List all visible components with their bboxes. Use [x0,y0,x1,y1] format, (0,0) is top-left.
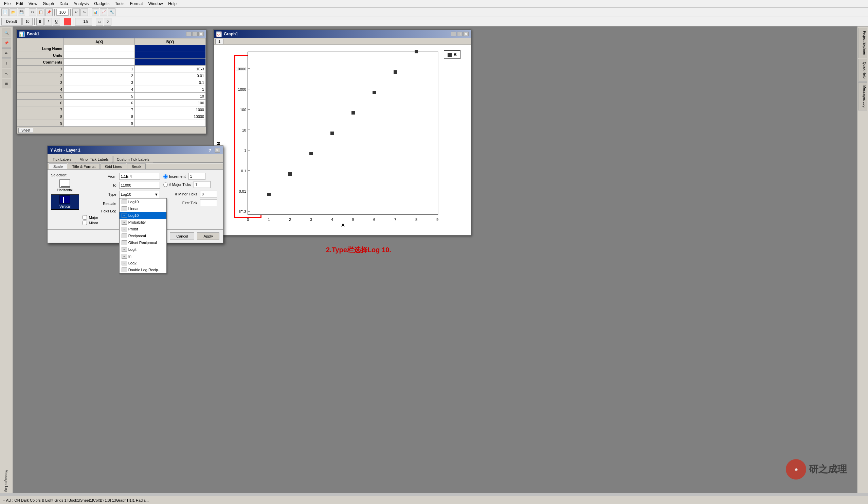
cell-b[interactable]: 100 [135,100,206,107]
menu-gadgets[interactable]: Gadgets [91,1,112,7]
minor-checkbox[interactable] [83,221,87,225]
comments-b[interactable] [135,59,206,65]
italic-btn[interactable]: I [44,18,52,26]
increment-radio[interactable] [163,174,168,179]
sidebar-icon-5[interactable]: ↖ [2,69,11,78]
book1-maximize[interactable]: □ [192,32,198,36]
graph1-maximize[interactable]: □ [457,32,463,36]
right-tab-project[interactable]: Project Explorer [858,28,867,58]
dropdown-item-probability[interactable]: ~ Probability [120,219,166,226]
longname-b[interactable] [135,45,206,52]
cell-b[interactable]: 0.1 [135,79,206,86]
sidebar-icon-1[interactable]: 🔍 [2,28,11,37]
increment-input[interactable] [188,173,205,180]
dropdown-item-reciprocal[interactable]: ~ Reciprocal [120,232,166,239]
longname-a[interactable] [64,45,135,52]
tab-grid-lines[interactable]: Grid Lines [101,163,126,169]
bold-btn[interactable]: B [36,18,44,26]
major-ticks-input[interactable] [194,181,210,188]
dropdown-item-offset-reciprocal[interactable]: ~ Offset Reciprocal [120,239,166,246]
cell-b[interactable]: 1000 [135,107,206,113]
cancel-button[interactable]: Cancel [170,232,194,240]
cell-a[interactable]: 1 [64,65,135,72]
menu-analysis[interactable]: Analysis [71,1,92,7]
graph-tab-1[interactable]: 1 [215,39,224,44]
cell-a[interactable]: 5 [64,93,135,100]
linewidth-btn[interactable]: — 1.5 [75,18,92,26]
cell-b[interactable]: 10000 [135,113,206,120]
cell-b[interactable]: 1E-3 [135,65,206,72]
dropdown-item-log10-selected[interactable]: ~ Log10 [120,212,166,219]
first-tick-input[interactable] [200,200,217,206]
underline-btn[interactable]: U [53,18,60,26]
tab-break[interactable]: Break [127,163,146,169]
cell-a[interactable]: 7 [64,107,135,113]
menu-graph[interactable]: Graph [40,1,57,7]
tab-tick-labels[interactable]: Tick Labels [49,156,75,162]
dialog-title-bar[interactable]: Y Axis - Layer 1 ? ✕ [48,146,223,154]
undo-btn[interactable]: ↩ [72,9,80,16]
fontsize-btn[interactable]: 10 [22,18,33,26]
apply-button[interactable]: Apply [197,232,219,240]
shape-btn[interactable]: □ [96,18,103,26]
cell-b[interactable]: 10 [135,93,206,100]
dropdown-item-in[interactable]: ~ In [120,253,166,260]
graph1-close[interactable]: ✕ [463,32,469,36]
redo-btn[interactable]: ↪ [81,9,88,16]
graph-btn[interactable]: 📊 [92,9,99,16]
cell-b[interactable]: 1 [135,86,206,93]
book1-title-bar[interactable]: 📊 Book1 _ □ ✕ [17,30,206,38]
major-checkbox[interactable] [83,215,87,220]
menu-view[interactable]: View [26,1,40,7]
color-btn[interactable] [64,18,71,26]
cell-b[interactable] [135,120,206,127]
menu-help[interactable]: Help [165,1,179,7]
cell-a[interactable]: 9 [64,120,135,127]
sidebar-icon-6[interactable]: ⊞ [2,79,11,88]
tab-custom-tick-labels[interactable]: Custom Tick Labels [113,156,153,162]
tab-scale[interactable]: Scale [49,163,67,169]
paste-btn[interactable]: 📌 [45,9,53,16]
sel-item-horizontal[interactable]: Horizontal [51,179,79,193]
col-a-header[interactable]: A(X) [64,38,135,45]
open-btn[interactable]: 📂 [10,9,17,16]
tab-title-format[interactable]: Title & Format [68,163,100,169]
cell-a[interactable]: 6 [64,100,135,107]
cell-b[interactable]: 0.01 [135,72,206,79]
right-tab-quick[interactable]: Quick Help [858,59,867,82]
units-b[interactable] [135,52,206,59]
font-btn[interactable]: Default [1,18,22,26]
major-ticks-radio[interactable] [163,182,168,187]
book1-minimize[interactable]: _ [186,32,192,36]
fit-btn[interactable]: 🔧 [108,9,115,16]
cell-a[interactable]: 2 [64,72,135,79]
menu-data[interactable]: Data [57,1,71,7]
book1-close[interactable]: ✕ [198,32,204,36]
to-input[interactable] [119,182,160,189]
zoom-input[interactable]: 100 [56,9,69,16]
type-dropdown-menu[interactable]: ~ Log10 — Linear ~ Log10 [119,198,167,274]
dropdown-item-linear[interactable]: — Linear [120,205,166,212]
cell-a[interactable]: 8 [64,113,135,120]
dropdown-item-probit[interactable]: ~ Probit [120,226,166,232]
stats-btn[interactable]: 📈 [100,9,107,16]
menu-tools[interactable]: Tools [112,1,127,7]
cut-btn[interactable]: ✂ [29,9,36,16]
dropdown-item-logit[interactable]: ~ Logit [120,246,166,253]
shape2-btn[interactable]: 0 [104,18,111,26]
menu-format[interactable]: Format [127,1,146,7]
sidebar-icon-2[interactable]: 📌 [2,38,11,48]
comments-a[interactable] [64,59,135,65]
menu-edit[interactable]: Edit [13,1,26,7]
dialog-close-btn[interactable]: ✕ [215,148,220,153]
sidebar-icon-3[interactable]: ✏ [2,48,11,58]
units-a[interactable] [64,52,135,59]
type-select[interactable]: Log10 ▼ [119,191,160,198]
dropdown-item-log2[interactable]: ~ Log2 [120,260,166,266]
sel-item-vertical[interactable]: Vertical [51,194,79,210]
graph1-minimize[interactable]: _ [451,32,456,36]
new-btn[interactable]: 📄 [1,9,9,16]
col-b-header[interactable]: B(Y) [135,38,206,45]
dialog-help-btn[interactable]: ? [208,148,211,153]
sheet-tab[interactable]: Sheet [18,128,33,133]
